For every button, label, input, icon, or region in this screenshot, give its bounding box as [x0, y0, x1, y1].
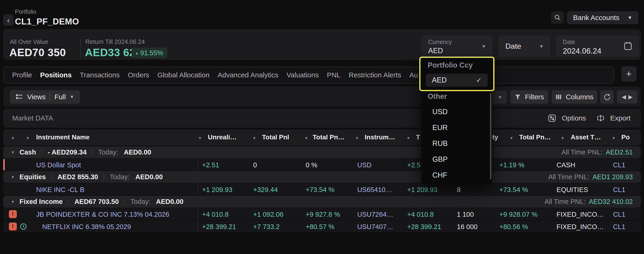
group-row-left: ▾Cash- AED209.34Today:AED0.00 [12, 146, 151, 158]
options-button[interactable]: Options [548, 114, 586, 122]
currency-menu-group1-label: Portfolio Ccy [428, 61, 473, 69]
group-row-left: ▾EquitiesAED2 855.30Today:AED0.00 [12, 171, 163, 183]
column-header-total_pnl[interactable]: Total Pnl [262, 134, 289, 141]
tab-transactions[interactable]: Transactions [80, 71, 120, 79]
export-label: Export [610, 114, 630, 122]
columns-button[interactable]: Columns [552, 90, 597, 104]
instrument-row[interactable]: US Dollar Spot+2.5100 %USD+2.51+1.19 %CA… [3, 159, 641, 171]
tab-pnl[interactable]: PNL [327, 71, 340, 79]
columns-icon [556, 94, 562, 100]
sort-chevron-icon[interactable]: ▾ [356, 135, 358, 141]
tab-valuations[interactable]: Valuations [286, 71, 319, 79]
instrument-row[interactable]: !NETFLIX INC 6.38% 05.2029+28 399.21+7 7… [3, 221, 641, 232]
tab-orders[interactable]: Orders [128, 71, 149, 79]
column-header-instrument[interactable]: Instrum… [365, 134, 395, 141]
sort-chevron-icon[interactable]: ▾ [510, 135, 513, 141]
cell-instrument: USU7264… [357, 211, 394, 218]
column-header-unrealized[interactable]: Unreali… [208, 134, 236, 141]
sort-chevron-icon[interactable]: ▾ [407, 135, 410, 141]
currency-select[interactable]: Currency AED ▼ [421, 35, 492, 57]
date-field[interactable]: Date 2024.06.24 [556, 35, 639, 57]
cell-instrument: USD [357, 161, 372, 169]
column-header-instrument-name[interactable]: Instrument Name [36, 134, 90, 141]
group-divider [124, 199, 125, 205]
group-row-fixed-income[interactable]: ▾Fixed IncomeAED67 703.50Today:AED0.00Al… [3, 196, 641, 208]
alert-icon: ! [9, 223, 17, 231]
date-mode-select[interactable]: Date ▼ [498, 35, 550, 57]
instrument-name-link[interactable]: NETFLIX INC 6.38% 05.2029 [42, 223, 131, 231]
sort-chevron-icon[interactable]: ▾ [562, 135, 564, 141]
tab-positions[interactable]: Positions [40, 71, 72, 79]
column-header-t[interactable]: T [416, 134, 420, 141]
export-button[interactable]: Export [597, 114, 630, 122]
back-button[interactable]: ‹ [3, 14, 14, 26]
collapse-chevron-icon[interactable]: ▾ [12, 150, 14, 155]
views-button[interactable]: Views Full ▼ [10, 90, 80, 104]
instrument-row[interactable]: !JB POINDEXTER & CO INC 7.13% 04.2026+4 … [3, 208, 641, 220]
all-time-pnl-label: All Time PNL: [544, 198, 586, 206]
currency-option-rub[interactable]: RUB [421, 136, 492, 151]
sort-chevron-icon[interactable]: ▾ [199, 135, 201, 141]
columns-label: Columns [566, 93, 593, 101]
tab-global-allocation[interactable]: Global Allocation [157, 71, 209, 79]
sort-chevron-icon[interactable]: ▾ [12, 135, 14, 141]
column-header-asset[interactable]: Asset T… [571, 134, 601, 141]
tab-profile[interactable]: Profile [12, 71, 32, 79]
scrollbar-thumb[interactable] [490, 93, 492, 179]
pager-button[interactable]: ◀ ▶ [617, 90, 638, 104]
currency-menu-selected-item[interactable]: AED ✓ [426, 74, 488, 87]
column-header-pct2[interactable]: Total Pn… [519, 134, 551, 141]
group-today-label: Today: [98, 148, 118, 156]
column-header-total_pnl_pct[interactable]: Total Pn… [313, 134, 344, 141]
currency-option-chf[interactable]: CHF [421, 167, 492, 183]
group-row-right: All Time PNL:AED32 410.02 [544, 196, 633, 208]
collapse-chevron-icon[interactable]: ▾ [12, 199, 14, 204]
group-name: Cash [20, 148, 36, 156]
column-header-qty[interactable]: ty [492, 134, 498, 141]
export-icon [597, 114, 604, 122]
tab-advanced-analytics[interactable]: Advanced Analytics [218, 71, 278, 79]
sort-chevron-icon[interactable]: ▾ [253, 135, 256, 141]
group-row-cash[interactable]: ▾Cash- AED209.34Today:AED0.00All Time PN… [3, 146, 641, 158]
instrument-row[interactable]: NIKE INC -CL B+1 209.93+329.44+73.54 %US… [3, 183, 641, 195]
cell-asset: FIXED_INCO… [556, 211, 604, 218]
views-mode: Full [54, 93, 66, 101]
collapse-chevron-icon[interactable]: ▾ [12, 174, 14, 180]
add-tab-button[interactable]: + [621, 66, 636, 82]
cell-qty: 8 [457, 186, 460, 194]
filters-button[interactable]: Filters [510, 90, 548, 104]
sort-chevron-icon[interactable]: ▾ [305, 135, 308, 141]
currency-option-gbp[interactable]: GBP [421, 151, 492, 167]
group-today-value: AED0.00 [135, 173, 163, 181]
cell-pct2: +1.19 % [499, 161, 524, 169]
return-label: Return Till 2024.06.24 [86, 38, 145, 45]
instrument-name-link[interactable]: JB POINDEXTER & CO INC 7.13% 04.2026 [36, 211, 170, 218]
column-header-pf[interactable]: Po [621, 134, 630, 141]
column-divider [198, 221, 198, 232]
up-triangle-icon: ▴ [136, 50, 138, 55]
refresh-button[interactable] [600, 90, 614, 104]
cell-unrealized: +4 010.8 [202, 211, 229, 218]
breadcrumb: Portfolio [15, 8, 36, 15]
tabs-bar: ProfilePositionsTransactionsOrdersGlobal… [3, 66, 614, 84]
cell-total_pnl: +7 733.2 [253, 223, 280, 231]
options-icon [548, 114, 556, 122]
tab-au[interactable]: Au [409, 71, 418, 79]
cell-pct2: +80.56 % [499, 223, 528, 231]
instrument-name-link[interactable]: NIKE INC -CL B [36, 186, 84, 194]
group-value: - AED209.34 [48, 148, 86, 156]
search-button[interactable] [551, 11, 564, 24]
currency-option-usd[interactable]: USD [421, 104, 492, 120]
group-row-equities[interactable]: ▾EquitiesAED2 855.30Today:AED0.00All Tim… [3, 171, 641, 183]
alert-icon: ! [9, 210, 17, 218]
tab-restriction-alerts[interactable]: Restriction Alerts [348, 71, 401, 79]
group-name: Fixed Income [20, 198, 63, 206]
instrument-name-link[interactable]: US Dollar Spot [36, 161, 81, 169]
views-separator [50, 93, 50, 101]
filter-icon [515, 94, 521, 100]
toolbar: Views Full ▼ ▼ Filters Columns ◀ ▶ [3, 87, 641, 107]
sort-chevron-icon[interactable]: ▾ [26, 135, 29, 141]
sort-chevron-icon[interactable]: ▾ [612, 135, 615, 141]
bank-accounts-dropdown[interactable]: Bank Accounts ▼ [567, 11, 638, 24]
currency-option-eur[interactable]: EUR [421, 120, 492, 136]
